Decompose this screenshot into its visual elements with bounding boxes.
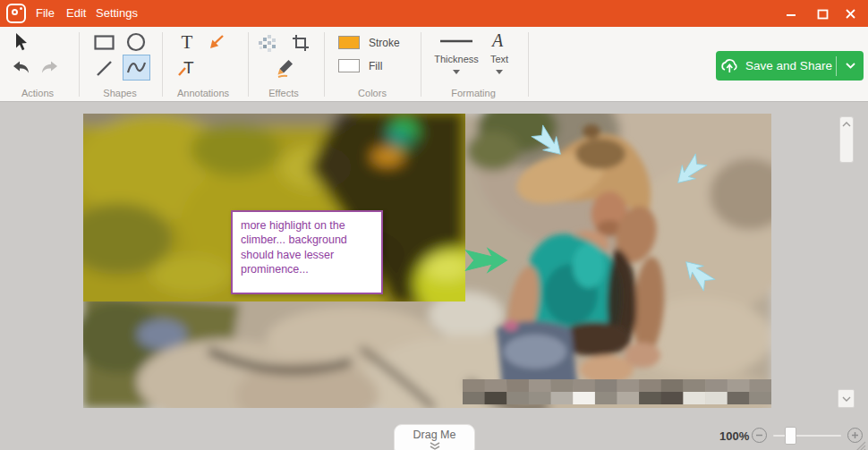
fill-color-swatch[interactable] [338,59,360,72]
cloud-upload-icon [719,58,739,74]
chevron-down-icon [842,396,851,402]
text-label: Text [486,54,513,64]
menu-file[interactable]: File [36,0,55,27]
actions-section-label: Actions [11,88,64,98]
chevron-up-icon [842,122,851,127]
text-annotation-box[interactable]: more highlight on the climber... backgro… [231,210,383,294]
scroll-down-button[interactable] [838,389,855,408]
drag-me-handle[interactable]: Drag Me [394,424,475,450]
fill-label: Fill [369,60,382,72]
save-options-dropdown[interactable] [837,63,864,69]
save-and-share-button[interactable]: Save and Share [716,51,864,81]
arrow-tool-icon [208,33,226,51]
drag-me-label: Drag Me [413,429,456,441]
line-tool-button[interactable] [93,57,115,79]
zoom-level-value: 100% [719,429,749,443]
toolbar: Actions Shapes T T Annotatio [0,27,868,102]
rectangle-icon [94,35,115,50]
pixelate-tool-button[interactable] [256,32,277,54]
plus-icon [851,431,859,439]
svg-text:T: T [183,58,194,77]
curve-tool-button[interactable] [123,55,150,81]
thickness-dropdown-arrow[interactable] [453,70,460,74]
maximize-button[interactable] [810,0,835,27]
line-icon [96,60,113,77]
text-tool-icon: T [182,31,193,54]
colors-section-label: Colors [347,88,397,98]
redo-button[interactable] [38,56,61,78]
text-format-icon: A [492,30,503,51]
highlighter-tool-button[interactable] [274,56,297,80]
close-button[interactable] [838,0,863,27]
resize-grip-icon[interactable] [855,441,866,450]
text-tool-button[interactable]: T [175,31,199,53]
zoom-slider-thumb[interactable] [785,427,796,445]
title-bar: File Edit Settings [0,0,868,27]
stroke-label: Stroke [369,37,400,49]
numbered-text-tool-button[interactable]: T [175,56,199,78]
arrow-tool-button[interactable] [206,31,227,53]
zoom-out-button[interactable] [752,428,767,443]
cursor-icon [14,33,30,51]
undo-button[interactable] [9,56,32,78]
redo-icon [40,61,59,74]
minus-icon [755,431,763,439]
thickness-line-icon [439,39,473,43]
minimize-button[interactable] [779,0,804,27]
minimize-icon [786,9,796,20]
vertical-scrollbar-thumb[interactable] [839,116,854,163]
crop-tool-button[interactable] [290,32,311,54]
highlighter-icon [276,58,295,79]
save-and-share-label: Save and Share [745,59,832,72]
shapes-section-label: Shapes [93,88,147,98]
close-icon [845,8,856,20]
menu-settings[interactable]: Settings [96,0,138,27]
rectangle-tool-button[interactable] [91,31,116,53]
zoom-slider-track[interactable] [773,435,841,437]
ellipse-icon [126,32,146,52]
ellipse-tool-button[interactable] [124,31,148,53]
app-logo-icon [6,4,26,23]
curve-icon [126,60,147,75]
text-dropdown-arrow[interactable] [496,70,503,74]
text-pencil-icon: T [177,57,197,77]
photo-canvas[interactable] [83,114,771,408]
crop-icon [292,34,310,52]
thickness-label: Thickness [433,54,480,64]
pixelate-effect-region[interactable] [463,379,771,404]
screenshot-editor-window: File Edit Settings Actions [0,0,868,450]
effects-section-label: Effects [258,88,310,98]
annotations-section-label: Annotations [172,88,234,98]
editing-workspace: more highlight on the climber... backgro… [0,102,868,450]
stroke-color-swatch[interactable] [338,36,360,49]
double-chevron-down-icon [429,442,441,450]
formatting-section-label: Formating [446,88,501,98]
maximize-icon [817,9,829,20]
chevron-down-icon [846,63,855,69]
select-tool-button[interactable] [11,30,34,54]
menu-edit[interactable]: Edit [66,0,86,27]
pixelate-icon [258,34,277,53]
undo-icon [12,61,30,74]
